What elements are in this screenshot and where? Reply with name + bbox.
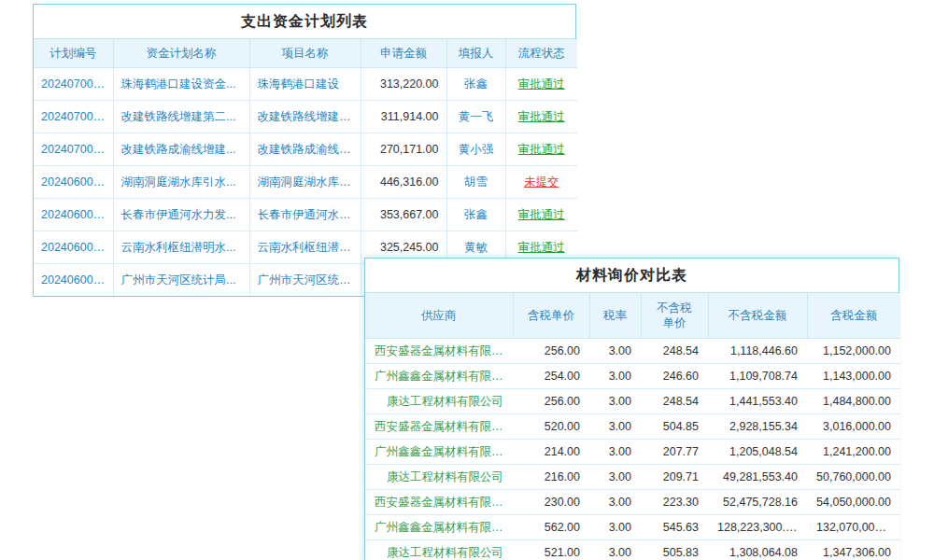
- expense-plan-row[interactable]: 2024060010 长春市伊通河水力发... 长春市伊通河水力... 353,…: [34, 199, 577, 231]
- untaxed-unit-price-cell: 209.71: [641, 465, 708, 490]
- expense-plan-row[interactable]: 2024070003 珠海鹤港口建设资金... 珠海鹤港口建设 313,220.…: [34, 68, 577, 101]
- project-name-link[interactable]: 湖南洞庭湖水库引...: [249, 166, 361, 199]
- project-name-link[interactable]: 广州市天河区统计...: [249, 264, 361, 297]
- flow-status-link[interactable]: 审批通过: [505, 133, 577, 166]
- untaxed-unit-price-cell: 248.54: [641, 389, 708, 414]
- untaxed-unit-price-cell: 505.83: [641, 540, 708, 560]
- flow-status-link[interactable]: 审批通过: [505, 101, 577, 133]
- taxed-unit-price-cell: 256.00: [513, 389, 589, 414]
- material-inquiry-row[interactable]: 广州鑫鑫金属材料有限公司 562.00 3.00 545.63 128,223,…: [365, 515, 900, 540]
- plan-name-link[interactable]: 长春市伊通河水力发...: [113, 199, 249, 231]
- untaxed-unit-price-cell: 223.30: [641, 490, 708, 515]
- apply-amount-cell: 313,220.00: [361, 68, 446, 101]
- plan-name-link[interactable]: 广州市天河区统计局...: [113, 264, 249, 297]
- tax-rate-cell: 3.00: [589, 540, 641, 560]
- expense-plan-row[interactable]: 2024070002 改建铁路线增建第二... 改建铁路线增建第... 311,…: [34, 101, 577, 133]
- plan-id-cell[interactable]: 2024060009: [34, 231, 113, 264]
- col-supplier: 供应商: [365, 293, 513, 339]
- supplier-cell[interactable]: 广州鑫鑫金属材料有限公司: [365, 440, 513, 465]
- supplier-cell[interactable]: 康达工程材料有限公司: [365, 465, 513, 490]
- taxed-amount-cell: 1,484,800.00: [807, 389, 900, 414]
- taxed-amount-cell: 1,347,306.00: [807, 540, 900, 560]
- material-inquiry-body: 西安盛器金属材料有限公司 256.00 3.00 248.54 1,118,44…: [365, 339, 900, 560]
- tax-rate-cell: 3.00: [589, 440, 641, 465]
- taxed-amount-cell: 1,241,200.00: [807, 440, 900, 465]
- filler-cell: 黄一飞: [446, 101, 505, 133]
- supplier-cell[interactable]: 康达工程材料有限公司: [365, 540, 513, 560]
- apply-amount-cell: 446,316.00: [361, 166, 446, 199]
- project-name-link[interactable]: 改建铁路成渝线增...: [249, 133, 361, 166]
- plan-name-link[interactable]: 珠海鹤港口建设资金...: [113, 68, 249, 101]
- taxed-unit-price-cell: 520.00: [513, 414, 589, 440]
- material-inquiry-table: 供应商 含税单价 税率 不含税单价 不含税金额 含税金额 西安盛器金属材料有限公…: [365, 293, 900, 560]
- project-name-link[interactable]: 云南水利枢纽潜明...: [249, 231, 361, 264]
- material-inquiry-header-row: 供应商 含税单价 税率 不含税单价 不含税金额 含税金额: [365, 293, 900, 339]
- filler-cell: 张鑫: [446, 68, 505, 101]
- project-name-link[interactable]: 改建铁路线增建第...: [249, 101, 361, 133]
- expense-plan-row[interactable]: 2024060011 湖南洞庭湖水库引水... 湖南洞庭湖水库引... 446,…: [34, 166, 577, 199]
- supplier-cell[interactable]: 康达工程材料有限公司: [365, 389, 513, 414]
- taxed-unit-price-cell: 254.00: [513, 364, 589, 389]
- flow-status-link[interactable]: 审批通过: [505, 199, 577, 231]
- untaxed-amount-cell: 1,109,708.74: [708, 364, 807, 389]
- supplier-cell[interactable]: 西安盛器金属材料有限公司: [365, 414, 513, 440]
- material-inquiry-row[interactable]: 西安盛器金属材料有限公司 230.00 3.00 223.30 52,475,7…: [365, 490, 900, 515]
- col-filler: 填报人: [446, 39, 505, 68]
- tax-rate-cell: 3.00: [589, 490, 641, 515]
- project-name-link[interactable]: 长春市伊通河水力...: [249, 199, 361, 231]
- taxed-amount-cell: 50,760,000.00: [807, 465, 900, 490]
- expense-plan-row[interactable]: 2024070001 改建铁路成渝线增建... 改建铁路成渝线增... 270,…: [34, 133, 577, 166]
- material-inquiry-row[interactable]: 广州鑫鑫金属材料有限公司 214.00 3.00 207.77 1,205,04…: [365, 440, 900, 465]
- untaxed-unit-price-cell: 207.77: [641, 440, 708, 465]
- taxed-unit-price-cell: 230.00: [513, 490, 589, 515]
- material-inquiry-row[interactable]: 康达工程材料有限公司 521.00 3.00 505.83 1,308,064.…: [365, 540, 900, 560]
- material-inquiry-row[interactable]: 康达工程材料有限公司 216.00 3.00 209.71 49,281,553…: [365, 465, 900, 490]
- expense-plan-title: 支出资金计划列表: [34, 5, 575, 39]
- tax-rate-cell: 3.00: [589, 414, 641, 440]
- flow-status-link[interactable]: 审批通过: [505, 68, 577, 101]
- col-untaxed-unit-price: 不含税单价: [641, 293, 708, 339]
- col-flow-status: 流程状态: [505, 39, 577, 68]
- taxed-amount-cell: 1,152,000.00: [807, 339, 900, 364]
- taxed-amount-cell: 132,070,000.00: [807, 515, 900, 540]
- plan-id-cell[interactable]: 2024060011: [34, 166, 113, 199]
- plan-name-link[interactable]: 湖南洞庭湖水库引水...: [113, 166, 249, 199]
- material-inquiry-row[interactable]: 康达工程材料有限公司 256.00 3.00 248.54 1,441,553.…: [365, 389, 900, 414]
- taxed-unit-price-cell: 256.00: [513, 339, 589, 364]
- tax-rate-cell: 3.00: [589, 339, 641, 364]
- untaxed-unit-price-cell: 545.63: [641, 515, 708, 540]
- project-name-link[interactable]: 珠海鹤港口建设: [249, 68, 361, 101]
- col-taxed-unit-price: 含税单价: [513, 293, 589, 339]
- plan-id-cell[interactable]: 2024070001: [34, 133, 113, 166]
- material-inquiry-row[interactable]: 西安盛器金属材料有限公司 520.00 3.00 504.85 2,928,15…: [365, 414, 900, 440]
- untaxed-unit-price-cell: 504.85: [641, 414, 708, 440]
- taxed-unit-price-cell: 521.00: [513, 540, 589, 560]
- expense-plan-header-row: 计划编号 资金计划名称 项目名称 申请金额 填报人 流程状态: [34, 39, 577, 68]
- supplier-cell[interactable]: 西安盛器金属材料有限公司: [365, 339, 513, 364]
- plan-name-link[interactable]: 改建铁路成渝线增建...: [113, 133, 249, 166]
- taxed-amount-cell: 54,050,000.00: [807, 490, 900, 515]
- filler-cell: 张鑫: [446, 199, 505, 231]
- material-inquiry-row[interactable]: 西安盛器金属材料有限公司 256.00 3.00 248.54 1,118,44…: [365, 339, 900, 364]
- apply-amount-cell: 311,914.00: [361, 101, 446, 133]
- untaxed-unit-price-cell: 246.60: [641, 364, 708, 389]
- plan-id-cell[interactable]: 2024070003: [34, 68, 113, 101]
- plan-id-cell[interactable]: 2024060008: [34, 264, 113, 297]
- plan-name-link[interactable]: 云南水利枢纽潜明水...: [113, 231, 249, 264]
- apply-amount-cell: 270,171.00: [361, 133, 446, 166]
- plan-id-cell[interactable]: 2024070002: [34, 101, 113, 133]
- material-inquiry-title: 材料询价对比表: [365, 259, 899, 293]
- plan-id-cell[interactable]: 2024060010: [34, 199, 113, 231]
- col-tax-rate: 税率: [589, 293, 641, 339]
- supplier-cell[interactable]: 广州鑫鑫金属材料有限公司: [365, 364, 513, 389]
- untaxed-amount-cell: 1,308,064.08: [708, 540, 807, 560]
- col-apply-amount: 申请金额: [361, 39, 446, 68]
- supplier-cell[interactable]: 广州鑫鑫金属材料有限公司: [365, 515, 513, 540]
- flow-status-link[interactable]: 未提交: [505, 166, 577, 199]
- col-plan-id: 计划编号: [34, 39, 113, 68]
- supplier-cell[interactable]: 西安盛器金属材料有限公司: [365, 490, 513, 515]
- material-inquiry-panel: 材料询价对比表 供应商 含税单价 税率 不含税单价 不含税金额 含税金额 西安盛…: [364, 258, 899, 560]
- tax-rate-cell: 3.00: [589, 465, 641, 490]
- material-inquiry-row[interactable]: 广州鑫鑫金属材料有限公司 254.00 3.00 246.60 1,109,70…: [365, 364, 900, 389]
- plan-name-link[interactable]: 改建铁路线增建第二...: [113, 101, 249, 133]
